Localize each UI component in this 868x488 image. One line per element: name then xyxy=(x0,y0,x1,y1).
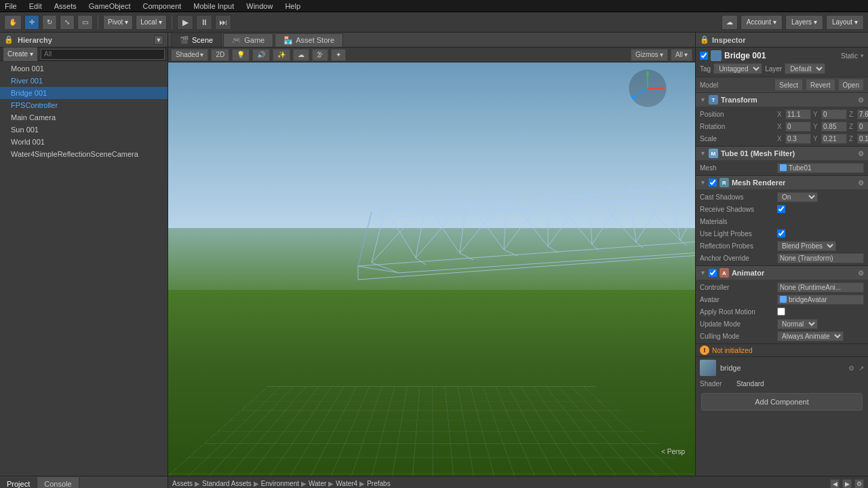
skybox-btn[interactable]: ☁ xyxy=(293,49,309,61)
inspector-lock-icon[interactable]: 🔒 xyxy=(700,35,709,44)
hierarchy-item-fpscontroller[interactable]: FPSController xyxy=(0,99,167,111)
update-mode-dropdown[interactable]: Normal xyxy=(777,319,818,329)
use-light-probes-checkbox[interactable] xyxy=(777,229,785,238)
hierarchy-item-bridge001[interactable]: Bridge 001 xyxy=(0,87,167,99)
controller-ref[interactable]: None (RuntimeAni... xyxy=(777,282,864,293)
account-btn[interactable]: Account ▾ xyxy=(741,15,783,30)
move-tool-btn[interactable]: ✛ xyxy=(24,15,39,30)
apply-root-motion-checkbox[interactable] xyxy=(777,307,785,316)
hierarchy-item-world001[interactable]: World 001 xyxy=(0,136,167,148)
select-btn[interactable]: Select xyxy=(774,79,803,91)
material-settings-icon[interactable]: ⚙ xyxy=(848,364,854,372)
rect-tool-btn[interactable]: ▭ xyxy=(77,15,93,30)
menu-window[interactable]: Window xyxy=(244,2,275,10)
menu-gameobject[interactable]: GameObject xyxy=(87,2,133,10)
hierarchy-item-moon001[interactable]: Moon 001 xyxy=(0,62,167,75)
revert-btn[interactable]: Revert xyxy=(806,79,835,91)
game-tab[interactable]: 🎮 Game xyxy=(223,33,273,47)
anchor-ref[interactable]: None (Transform) xyxy=(777,253,864,263)
path-prefabs[interactable]: Prefabs xyxy=(367,480,390,487)
pos-z-input[interactable] xyxy=(857,109,868,119)
menu-help[interactable]: Help xyxy=(283,2,302,10)
animator-header[interactable]: ▼ A Animator ⚙ xyxy=(696,266,868,280)
transform-menu-icon[interactable]: ⚙ xyxy=(858,96,864,104)
project-tab[interactable]: Project xyxy=(0,477,37,489)
menu-assets[interactable]: Assets xyxy=(52,2,79,10)
reflection-probes-dropdown[interactable]: Blend Probes xyxy=(777,241,836,251)
pause-button[interactable]: ⏸ xyxy=(196,15,212,30)
hierarchy-item-river001[interactable]: River 001 xyxy=(0,75,167,87)
play-button[interactable]: ▶ xyxy=(177,15,193,30)
fog-btn[interactable]: 🌫 xyxy=(312,49,328,61)
2d-btn[interactable]: 2D xyxy=(211,49,229,61)
pos-x-input[interactable] xyxy=(785,109,811,119)
path-water[interactable]: Water xyxy=(309,480,326,487)
pos-y-input[interactable] xyxy=(821,109,847,119)
hierarchy-ctrl-btn[interactable]: ▼ xyxy=(154,35,163,45)
animator-enabled-checkbox[interactable] xyxy=(709,269,717,277)
mesh-ref[interactable]: Tube01 xyxy=(777,163,864,173)
fx-btn[interactable]: ✨ xyxy=(273,49,290,61)
scale-x-input[interactable] xyxy=(785,134,811,144)
menu-edit[interactable]: Edit xyxy=(27,2,44,10)
scene-view[interactable]: < Persp xyxy=(168,62,695,476)
layer-dropdown[interactable]: Default xyxy=(785,63,825,74)
hierarchy-create-btn[interactable]: Create ▾ xyxy=(3,47,38,62)
menu-mobile-input[interactable]: Mobile Input xyxy=(191,2,236,10)
mesh-filter-header[interactable]: ▼ M Tube 01 (Mesh Filter) ⚙ xyxy=(696,147,868,160)
path-environment[interactable]: Environment xyxy=(261,480,299,487)
shaded-btn[interactable]: Shaded ▾ xyxy=(171,49,208,61)
all-btn[interactable]: All ▾ xyxy=(671,49,692,61)
avatar-ref[interactable]: bridgeAvatar xyxy=(777,295,864,305)
mesh-renderer-menu-icon[interactable]: ⚙ xyxy=(858,179,864,187)
add-component-button[interactable]: Add Component xyxy=(701,393,863,411)
rotate-tool-btn[interactable]: ↻ xyxy=(42,15,57,30)
open-btn[interactable]: Open xyxy=(838,79,864,91)
local-btn[interactable]: Local ▾ xyxy=(136,15,167,30)
hierarchy-item-maincamera[interactable]: Main Camera xyxy=(0,111,167,124)
scale-z-input[interactable] xyxy=(857,134,868,144)
cloud-btn[interactable]: ☁ xyxy=(722,15,738,30)
asset-browser-prev-btn[interactable]: ◀ xyxy=(830,479,840,489)
audio-btn[interactable]: 🔊 xyxy=(252,49,270,61)
mesh-filter-menu-icon[interactable]: ⚙ xyxy=(858,150,864,157)
rot-z-input[interactable] xyxy=(857,121,868,132)
rot-y-input[interactable] xyxy=(821,121,847,132)
culling-mode-dropdown[interactable]: Always Animate xyxy=(777,331,844,341)
hand-tool-btn[interactable]: ✋ xyxy=(4,15,22,30)
console-tab[interactable]: Console xyxy=(37,477,79,489)
pivot-btn[interactable]: Pivot ▾ xyxy=(103,15,133,30)
hierarchy-search-input[interactable] xyxy=(41,49,165,60)
receive-shadows-checkbox[interactable] xyxy=(777,205,785,213)
static-arrow[interactable]: ▾ xyxy=(861,52,864,59)
tag-dropdown[interactable]: Untagged xyxy=(713,63,762,74)
hierarchy-item-water4camera[interactable]: Water4SimpleReflectionSceneCamera xyxy=(0,148,167,160)
mesh-renderer-enabled-checkbox[interactable] xyxy=(709,179,717,187)
menu-component[interactable]: Component xyxy=(140,2,183,10)
asset-store-tab[interactable]: 🏪 Asset Store xyxy=(275,33,343,47)
gizmos-btn[interactable]: Gizmos ▾ xyxy=(631,49,668,61)
lights-btn[interactable]: 💡 xyxy=(232,49,250,61)
path-water4[interactable]: Water4 xyxy=(336,480,357,487)
animator-menu-icon[interactable]: ⚙ xyxy=(858,269,864,277)
layout-btn[interactable]: Layout ▾ xyxy=(826,15,864,30)
hierarchy-item-sun001[interactable]: Sun 001 xyxy=(0,124,167,136)
path-standard[interactable]: Standard Assets xyxy=(202,480,252,487)
mesh-renderer-header[interactable]: ▼ R Mesh Renderer ⚙ xyxy=(696,176,868,189)
menu-file[interactable]: File xyxy=(3,2,19,10)
scene-gizmo[interactable] xyxy=(627,68,668,109)
step-button[interactable]: ⏭ xyxy=(215,15,231,30)
scene-tab[interactable]: 🎬 Scene xyxy=(171,33,222,47)
cast-shadows-dropdown[interactable]: On xyxy=(777,192,818,202)
asset-browser-settings-btn[interactable]: ⚙ xyxy=(854,479,864,489)
material-menu-icon[interactable]: ↗ xyxy=(859,364,864,372)
rot-x-input[interactable] xyxy=(785,121,811,132)
flare-btn[interactable]: ✦ xyxy=(331,49,346,61)
scale-tool-btn[interactable]: ⤡ xyxy=(60,15,75,30)
layers-btn[interactable]: Layers ▾ xyxy=(785,15,823,30)
transform-header[interactable]: ▼ T Transform ⚙ xyxy=(696,93,868,107)
asset-browser-next-btn[interactable]: ▶ xyxy=(842,479,852,489)
scale-y-input[interactable] xyxy=(821,134,847,144)
hierarchy-lock-icon[interactable]: 🔒 xyxy=(4,35,14,44)
object-active-checkbox[interactable] xyxy=(700,52,708,60)
